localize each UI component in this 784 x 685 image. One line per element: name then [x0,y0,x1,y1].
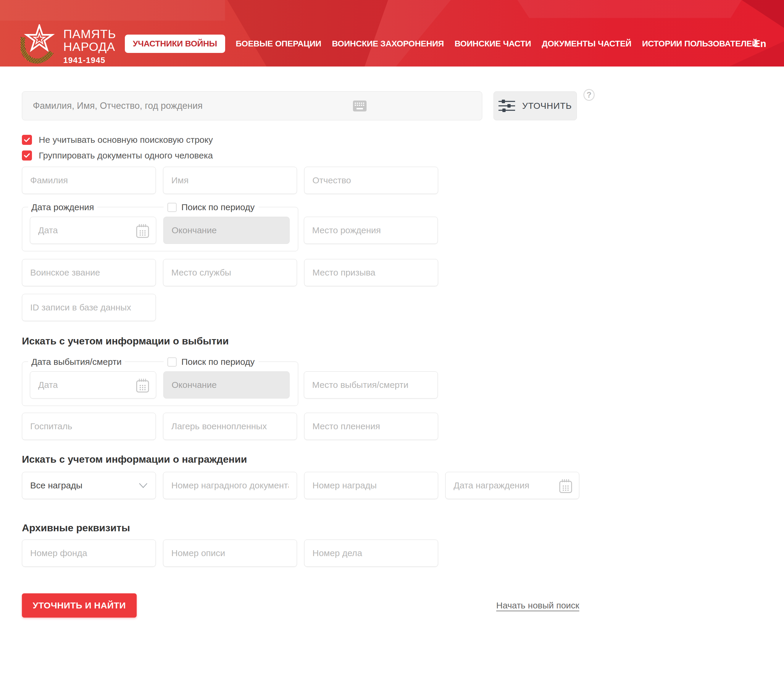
logo-text: ПАМЯТЬ НАРОДА 1941-1945 [63,28,116,65]
pow-camp-field[interactable] [163,413,297,440]
patronymic-field[interactable] [304,167,438,194]
rank-field[interactable] [22,259,156,286]
award-number-input[interactable] [312,480,430,490]
db-id-input[interactable] [30,302,148,312]
award-date-input[interactable] [454,480,571,490]
keyboard-icon[interactable] [353,101,366,112]
service-row [22,259,762,286]
db-id-field[interactable] [22,294,156,321]
birth-date-inputs [30,217,290,244]
birth-date-row: Дата рождения Поиск по периоду [22,207,762,251]
birth-date-fieldset: Дата рождения Поиск по периоду [22,207,298,251]
inventory-number-field[interactable] [163,539,297,567]
service-place-field[interactable] [163,259,297,286]
loss-date-field[interactable] [30,371,156,399]
surname-input[interactable] [30,175,148,185]
header-facet [0,0,784,67]
award-number-field[interactable] [304,472,438,499]
checkbox-checked[interactable] [22,135,32,145]
captivity-row [22,413,762,440]
awards-select[interactable]: Все награды [22,472,156,499]
site-logo[interactable]: ПАМЯТЬ НАРОДА 1941-1945 [21,24,116,65]
search-options: Не учитывать основную поисковую строку Г… [22,135,762,161]
nav-tab-units[interactable]: ВОИНСКИЕ ЧАСТИ [455,39,531,49]
surname-field[interactable] [22,167,156,194]
hospital-input[interactable] [30,421,148,431]
name-row [22,167,762,194]
loss-date-fieldset: Дата выбытия/смерти Поиск по периоду [22,362,298,406]
birth-place-field[interactable] [304,217,438,244]
check-icon [24,153,30,158]
service-place-input[interactable] [171,268,289,278]
birth-period-toggle[interactable]: Поиск по периоду [164,202,259,212]
main-nav: УЧАСТНИКИ ВОЙНЫ БОЕВЫЕ ОПЕРАЦИИ ВОИНСКИЕ… [125,34,758,53]
form-actions: УТОЧНИТЬ И НАЙТИ Начать новый поиск [22,593,579,618]
option-label: Не учитывать основную поисковую строку [39,135,213,145]
header: ПАМЯТЬ НАРОДА 1941-1945 УЧАСТНИКИ ВОЙНЫ … [0,0,784,67]
chevron-down-icon [139,483,148,488]
case-number-input[interactable] [312,548,430,558]
header-facet [0,0,784,67]
loss-date-input[interactable] [38,380,148,390]
checkbox-unchecked[interactable] [168,203,177,212]
loss-date-inputs [30,371,290,399]
fund-number-input[interactable] [30,548,148,558]
awards-row: Все награды [22,472,762,499]
logo-years: 1941-1945 [63,56,116,65]
nav-tab-user-stories[interactable]: ИСТОРИИ ПОЛЬЗОВАТЕЛЕЙ [642,39,758,49]
archive-row [22,539,762,567]
award-date-field[interactable] [445,472,579,499]
loss-date-legend: Дата выбытия/смерти Поиск по периоду [22,357,298,367]
option-ignore-main-search[interactable]: Не учитывать основную поисковую строку [22,135,762,145]
fund-number-field[interactable] [22,539,156,567]
capture-place-input[interactable] [312,421,430,431]
draft-place-field[interactable] [304,259,438,286]
nav-tab-burials[interactable]: ВОИНСКИЕ ЗАХОРОНЕНИЯ [332,39,444,49]
nav-tab-operations[interactable]: БОЕВЫЕ ОПЕРАЦИИ [236,39,321,49]
header-facet [0,0,784,67]
search-form: УТОЧНИТЬ ? Не учитывать основную поисков… [0,91,784,618]
award-doc-number-input[interactable] [171,480,289,490]
inventory-number-input[interactable] [171,548,289,558]
award-doc-number-field[interactable] [163,472,297,499]
awards-section-heading: Искать с учетом информации о награждении [22,453,762,465]
checkbox-checked[interactable] [22,151,32,161]
draft-place-input[interactable] [312,268,430,278]
header-facet [0,0,784,67]
option-label: Группировать документы одного человека [39,151,213,161]
nav-tab-unit-documents[interactable]: ДОКУМЕНТЫ ЧАСТЕЙ [542,39,631,49]
main-search-field[interactable] [22,91,482,120]
birth-date-legend: Дата рождения Поиск по периоду [22,202,298,213]
archive-section-heading: Архивные реквизиты [22,522,762,534]
refine-button-label: УТОЧНИТЬ [522,101,572,111]
loss-place-field[interactable] [304,371,438,399]
birth-date-input[interactable] [38,225,148,235]
birth-date-field[interactable] [30,217,156,244]
birth-period-label: Поиск по периоду [181,202,255,212]
rank-input[interactable] [30,268,148,278]
birth-date-end-field [163,217,290,244]
loss-place-input[interactable] [312,380,429,390]
victory-star-ribbon-icon [21,24,60,64]
language-switch[interactable]: En [754,38,766,49]
question-icon[interactable]: ? [584,89,595,101]
header-facet [0,0,784,67]
loss-period-toggle[interactable]: Поиск по периоду [164,357,259,367]
new-search-link[interactable]: Начать новый поиск [496,601,579,610]
hospital-field[interactable] [22,413,156,440]
main-search-input[interactable] [33,101,471,111]
firstname-input[interactable] [171,175,289,185]
checkbox-unchecked[interactable] [168,357,177,367]
case-number-field[interactable] [304,539,438,567]
firstname-field[interactable] [163,167,297,194]
pow-camp-input[interactable] [171,421,289,431]
birth-place-input[interactable] [312,225,429,235]
nav-tab-participants[interactable]: УЧАСТНИКИ ВОЙНЫ [125,34,225,53]
patronymic-input[interactable] [312,175,430,185]
option-group-documents[interactable]: Группировать документы одного человека [22,151,762,161]
birth-date-legend-label: Дата рождения [28,202,98,212]
submit-search-button[interactable]: УТОЧНИТЬ И НАЙТИ [22,593,137,618]
capture-place-field[interactable] [304,413,438,440]
awards-select-value: Все награды [30,480,83,490]
refine-button[interactable]: УТОЧНИТЬ [493,91,577,120]
